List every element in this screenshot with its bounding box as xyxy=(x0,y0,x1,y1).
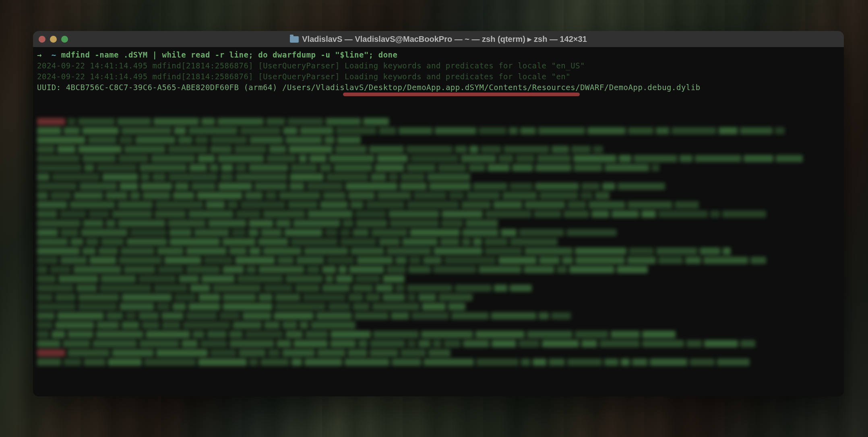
blurred-line xyxy=(37,257,840,264)
blurred-line xyxy=(37,294,840,301)
blurred-line xyxy=(37,136,840,144)
blurred-line xyxy=(37,220,840,227)
command-text: mdfind -name .dSYM | while read -r line;… xyxy=(61,50,398,59)
prompt-arrow: → xyxy=(37,50,42,59)
blurred-line xyxy=(37,229,840,236)
log-line-1: 2024-09-22 14:41:14.495 mdfind[21814:258… xyxy=(37,60,840,71)
blurred-line xyxy=(37,238,840,245)
minimize-button[interactable] xyxy=(50,36,57,43)
blurred-output xyxy=(37,118,840,366)
uuid-line: UUID: 4BCB756C-C8C7-39C6-A565-ABE820DF60… xyxy=(37,82,840,115)
blurred-line xyxy=(37,266,840,273)
blurred-line xyxy=(37,118,840,125)
window-titlebar[interactable]: VladislavS — VladislavS@MacBookPro — ~ —… xyxy=(33,31,844,47)
window-title-text: VladislavS — VladislavS@MacBookPro — ~ —… xyxy=(302,34,587,44)
blurred-line xyxy=(37,284,840,292)
close-button[interactable] xyxy=(39,36,45,43)
red-underline-annotation xyxy=(343,93,580,96)
window-title: VladislavS — VladislavS@MacBookPro — ~ —… xyxy=(33,34,844,44)
log-line-2: 2024-09-22 14:41:14.495 mdfind[21814:258… xyxy=(37,71,840,82)
blurred-line xyxy=(37,146,840,153)
maximize-button[interactable] xyxy=(61,36,68,43)
uuid-label: UUID: xyxy=(37,83,61,92)
uuid-path: /Users/VladislavS/Desktop/DemoApp.app.dS… xyxy=(282,83,701,92)
blurred-line xyxy=(37,275,840,282)
blurred-line xyxy=(37,359,840,366)
blurred-line xyxy=(37,164,840,171)
terminal-body[interactable]: → ~ mdfind -name .dSYM | while read -r l… xyxy=(33,47,844,396)
blurred-line xyxy=(37,201,840,208)
blurred-line xyxy=(37,173,840,181)
blurred-line xyxy=(37,192,840,199)
blurred-line xyxy=(37,210,840,218)
command-line: → ~ mdfind -name .dSYM | while read -r l… xyxy=(37,49,840,60)
prompt-path: ~ xyxy=(52,50,56,59)
uuid-arch: (arm64) xyxy=(244,83,277,92)
blurred-line xyxy=(37,312,840,320)
blurred-line xyxy=(37,303,840,310)
blurred-line xyxy=(37,340,840,347)
blurred-line xyxy=(37,331,840,338)
blurred-line xyxy=(37,183,840,190)
uuid-value: 4BCB756C-C8C7-39C6-A565-ABE820DF60FB xyxy=(66,83,239,92)
desktop-background: VladislavS — VladislavS@MacBookPro — ~ —… xyxy=(0,0,868,437)
blurred-line xyxy=(37,247,840,255)
blurred-line xyxy=(37,322,840,329)
window-controls xyxy=(39,36,68,43)
blurred-line xyxy=(37,155,840,162)
blurred-line xyxy=(37,349,840,357)
folder-icon xyxy=(290,36,299,43)
terminal-window[interactable]: VladislavS — VladislavS@MacBookPro — ~ —… xyxy=(33,31,844,396)
blurred-line xyxy=(37,127,840,134)
